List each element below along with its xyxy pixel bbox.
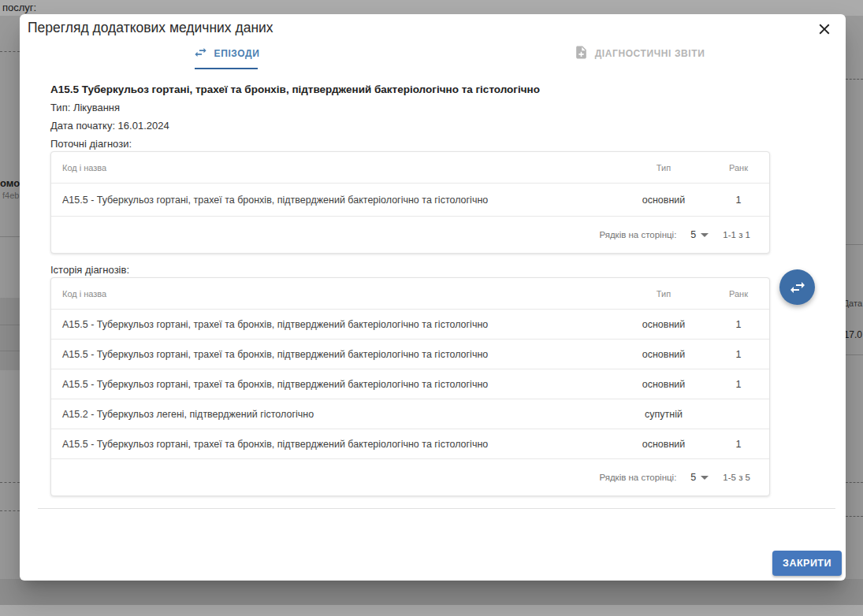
- table-row: A15.5 - Туберкульоз гортані, трахеї та б…: [51, 429, 769, 459]
- cell-code-name: A15.5 - Туберкульоз гортані, трахеї та б…: [51, 349, 619, 360]
- episode-type: Тип: Лікування: [50, 102, 770, 113]
- chevron-down-icon: [701, 233, 709, 237]
- rows-per-page-label: Рядків на сторінці:: [599, 473, 676, 482]
- close-icon[interactable]: [816, 20, 835, 39]
- cell-code-name: A15.5 - Туберкульоз гортані, трахеї та б…: [51, 439, 619, 450]
- table-header-row: Код і назва Тип Ранк: [51, 152, 769, 184]
- cell-type: основний: [619, 349, 708, 360]
- table-row: A15.5 - Туберкульоз гортані, трахеї та б…: [51, 310, 769, 340]
- swap-episode-fab[interactable]: [779, 269, 815, 305]
- pagination-range: 1-5 з 5: [723, 473, 750, 482]
- column-header-code: Код і назва: [51, 163, 619, 173]
- chevron-down-icon: [701, 476, 709, 480]
- table-row: A15.5 - Туберкульоз гортані, трахеї та б…: [51, 340, 769, 369]
- pagination-range: 1-1 з 1: [723, 230, 750, 239]
- cell-code-name: A15.5 - Туберкульоз гортані, трахеї та б…: [51, 379, 619, 390]
- cell-rank: 1: [708, 379, 769, 390]
- history-diagnoses-label: Історія діагнозів:: [50, 264, 770, 276]
- current-diagnoses-table: Код і назва Тип Ранк A15.5 - Туберкульоз…: [50, 151, 770, 254]
- swap-arrows-icon: [193, 45, 208, 62]
- column-header-rank: Ранк: [708, 163, 769, 173]
- column-header-code: Код і назва: [51, 289, 619, 299]
- dialog-tabs: ЕПІЗОДИ ДІАГНОСТИЧНІ ЗВІТИ: [20, 38, 846, 69]
- table-row: A15.5 - Туберкульоз гортані, трахеї та б…: [51, 184, 769, 217]
- cell-type: основний: [619, 195, 708, 206]
- footer-divider: [38, 508, 835, 509]
- tab-episodes[interactable]: ЕПІЗОДИ: [20, 38, 433, 69]
- episode-section: A15.5 Туберкульоз гортані, трахеї та бро…: [50, 83, 770, 507]
- column-header-type: Тип: [619, 163, 708, 173]
- cell-rank: 1: [708, 195, 769, 206]
- rows-per-page-value: 5: [690, 472, 696, 483]
- cell-code-name: A15.2 - Туберкульоз легені, підтверджени…: [51, 409, 619, 420]
- table-row: A15.5 - Туберкульоз гортані, трахеї та б…: [51, 369, 769, 399]
- close-button[interactable]: ЗАКРИТИ: [772, 551, 842, 576]
- cell-type: супутній: [619, 409, 708, 420]
- additional-medical-data-dialog: Перегляд додаткових медичних даних ЕПІЗО…: [20, 14, 846, 581]
- column-header-type: Тип: [619, 289, 708, 299]
- cell-type: основний: [619, 379, 708, 390]
- rows-per-page-label: Рядків на сторінці:: [599, 230, 676, 239]
- cell-code-name: A15.5 - Туберкульоз гортані, трахеї та б…: [51, 319, 619, 330]
- column-header-rank: Ранк: [708, 289, 769, 299]
- pagination-row: Рядків на сторінці: 5 1-5 з 5: [51, 459, 769, 495]
- episode-title: A15.5 Туберкульоз гортані, трахеї та бро…: [50, 83, 770, 95]
- episode-start-date: Дата початку: 16.01.2024: [50, 120, 770, 132]
- cell-rank: 1: [708, 319, 769, 330]
- rows-per-page-select[interactable]: 5: [690, 229, 709, 240]
- cell-rank: 1: [708, 439, 769, 450]
- tab-diagnostic-reports[interactable]: ДІАГНОСТИЧНІ ЗВІТИ: [433, 38, 846, 69]
- pagination-row: Рядків на сторінці: 5 1-1 з 1: [51, 217, 769, 253]
- rows-per-page-select[interactable]: 5: [690, 472, 709, 483]
- rows-per-page-value: 5: [690, 229, 696, 240]
- dialog-title: Перегляд додаткових медичних даних: [28, 20, 273, 36]
- history-diagnoses-table: Код і назва Тип Ранк A15.5 - Туберкульоз…: [50, 277, 770, 496]
- tab-diagnostic-reports-label: ДІАГНОСТИЧНІ ЗВІТИ: [595, 48, 705, 59]
- tab-episodes-label: ЕПІЗОДИ: [214, 48, 260, 59]
- current-diagnoses-label: Поточні діагнози:: [50, 138, 770, 150]
- swap-arrows-icon: [788, 278, 807, 297]
- cell-code-name: A15.5 - Туберкульоз гортані, трахеї та б…: [51, 195, 619, 206]
- table-header-row: Код і назва Тип Ранк: [51, 278, 769, 310]
- cell-type: основний: [619, 439, 708, 450]
- note-add-icon: [574, 45, 589, 62]
- table-row: A15.2 - Туберкульоз легені, підтверджени…: [51, 399, 769, 429]
- cell-type: основний: [619, 319, 708, 330]
- cell-rank: 1: [708, 349, 769, 360]
